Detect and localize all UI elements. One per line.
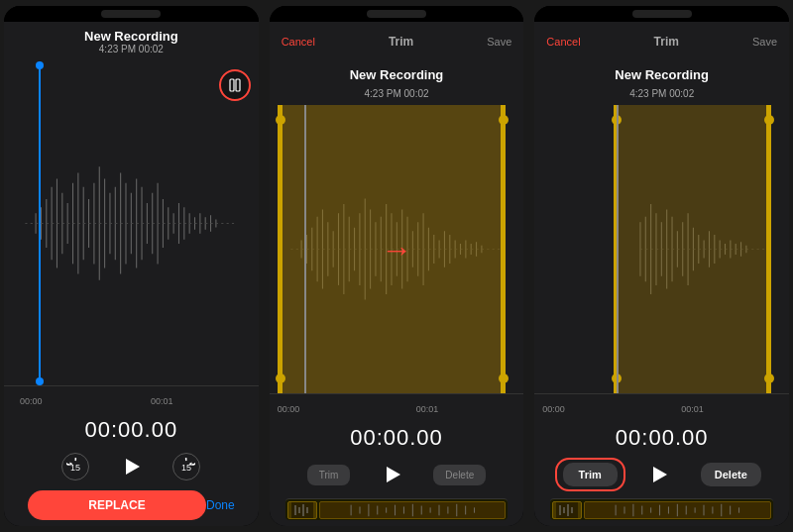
save-btn-2[interactable]: Save: [487, 36, 511, 48]
bottom-controls-3: 00:00.00 Trim Delete: [534, 417, 789, 526]
status-pill-2: [367, 10, 426, 18]
ruler-label-01-2: 00:01: [416, 404, 439, 414]
svg-rect-120: [556, 502, 578, 518]
bottom-controls-2: 00:00.00 Trim Delete: [270, 417, 524, 526]
sub-title-3: New Recording: [615, 67, 709, 82]
cancel-btn-3[interactable]: Cancel: [546, 36, 580, 48]
header-2: Cancel Trim Save: [270, 22, 524, 61]
controls-row-2: Trim Delete: [285, 457, 509, 492]
sub-title-2: New Recording: [350, 67, 444, 82]
controls-row-3: Trim Delete: [550, 457, 773, 492]
sub-meta-2: 4:23 PM 00:02: [364, 88, 428, 99]
ruler-label-00-3: 00:00: [542, 404, 565, 414]
separator-1: [263, 0, 266, 532]
svg-rect-78: [291, 502, 313, 518]
recording-meta-1: 4:23 PM 00:02: [99, 44, 164, 54]
trim-dot-bl-2: [276, 373, 285, 383]
panel-2: Cancel Trim Save New Recording 4:23 PM 0…: [270, 6, 524, 526]
header-1: New Recording 4:23 PM 00:02: [4, 22, 259, 61]
done-link-1[interactable]: Done: [206, 498, 235, 512]
trim-title-2: Trim: [389, 35, 413, 49]
trim-btn-3[interactable]: Trim: [563, 463, 618, 486]
panel-1: New Recording 4:23 PM 00:02: [4, 6, 259, 526]
thumb-1-3: [552, 501, 582, 519]
thumbnail-strip-3: [550, 498, 773, 520]
status-pill-3: [632, 10, 692, 18]
ruler-label-01-3: 00:01: [681, 404, 704, 414]
thumb-main-2: [319, 501, 507, 519]
header-center-1: New Recording 4:23 PM 00:02: [84, 29, 178, 54]
time-display-1: 00:00.00: [85, 417, 178, 443]
ruler-label-01-1: 00:01: [151, 396, 173, 406]
play-icon-1: [126, 459, 140, 475]
sub-header-3: New Recording 4:23 PM 00:02: [534, 61, 789, 105]
playhead-1: [39, 61, 41, 385]
ruler-label-00-2: 00:00: [278, 404, 300, 414]
cancel-btn-2[interactable]: Cancel: [282, 36, 315, 48]
trim-handle-left-2[interactable]: [278, 105, 283, 393]
timeline-ruler-3: 00:00 00:01: [534, 393, 789, 417]
trim-dot-tr-3: [764, 115, 774, 125]
skip-back-btn-1[interactable]: 15: [61, 453, 89, 480]
timeline-ruler-1: 00:00 00:01: [4, 385, 259, 409]
waveform-area-3: 00:00 00:01: [534, 105, 789, 417]
trim-dot-tl-2: [276, 115, 285, 125]
status-bar-1: [4, 6, 259, 22]
trim-btn-container-3: Trim: [563, 463, 618, 486]
time-display-3: 00:00.00: [616, 425, 709, 451]
skip-fwd-btn-1[interactable]: 15: [172, 453, 200, 480]
timeline-ruler-2: 00:00 00:01: [270, 393, 524, 417]
play-btn-3[interactable]: [641, 457, 677, 492]
recording-title-1: New Recording: [84, 29, 178, 44]
svg-rect-37: [236, 79, 240, 91]
waveform-svg-1: [4, 61, 259, 385]
trim-dot-br-3: [764, 373, 774, 383]
trim-handle-right-2[interactable]: [501, 105, 506, 393]
header-center-3: Trim: [654, 35, 679, 49]
arrow-right-2: →: [381, 231, 412, 267]
thumb-1-2: [287, 501, 317, 519]
status-bar-2: [270, 6, 524, 22]
separator-2: [527, 0, 530, 532]
play-icon-3: [653, 467, 667, 482]
status-pill-1: [101, 10, 161, 18]
trim-overlay-3[interactable]: [614, 105, 771, 393]
thumb-main-3: [584, 501, 771, 519]
playhead-dot-bottom-1: [36, 377, 44, 385]
bottom-controls-1: 00:00.00 15 15 REPLACE: [4, 409, 259, 526]
playhead-dot-top-1: [36, 61, 44, 69]
waveform-area-1: 00:00 00:01: [4, 61, 259, 409]
time-display-2: 00:00.00: [350, 425, 443, 451]
play-icon-2: [387, 467, 400, 482]
play-btn-1[interactable]: [113, 449, 149, 484]
waveform-canvas-3: [534, 105, 789, 393]
trim-btn-2[interactable]: Trim: [307, 465, 351, 485]
trim-icon-circle-1[interactable]: [219, 69, 251, 101]
svg-rect-36: [230, 79, 234, 91]
ruler-label-00-1: 00:00: [20, 396, 43, 406]
panel-3: Cancel Trim Save New Recording 4:23 PM 0…: [534, 6, 789, 526]
waveform-canvas-2: →: [270, 105, 524, 393]
controls-row-1: 15 15: [20, 449, 243, 484]
thumbnail-strip-2: [285, 498, 509, 520]
header-center-2: Trim: [389, 35, 413, 49]
save-btn-3[interactable]: Save: [752, 36, 777, 48]
replace-btn-1[interactable]: REPLACE: [28, 490, 206, 520]
trim-handle-right-3[interactable]: [766, 105, 771, 393]
sub-header-2: New Recording 4:23 PM 00:02: [270, 61, 524, 105]
playhead-3: [617, 105, 619, 393]
waveform-canvas-1: [4, 61, 259, 385]
status-bar-3: [534, 6, 789, 22]
play-btn-2[interactable]: [374, 457, 409, 492]
bottom-action-row-1: REPLACE Done: [20, 490, 243, 520]
header-3: Cancel Trim Save: [534, 22, 789, 61]
sub-meta-3: 4:23 PM 00:02: [629, 88, 694, 99]
delete-btn-2[interactable]: Delete: [433, 465, 486, 485]
playhead-2: [304, 105, 306, 393]
waveform-area-2: → 00:00 00:01: [270, 105, 524, 417]
delete-btn-3[interactable]: Delete: [701, 463, 761, 486]
trim-title-3: Trim: [654, 35, 679, 49]
